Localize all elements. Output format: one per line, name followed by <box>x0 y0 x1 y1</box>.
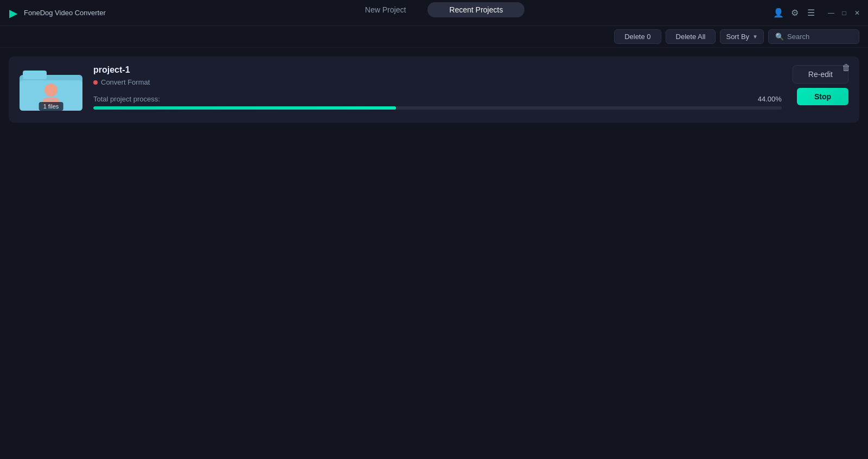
sort-by-label: Sort By <box>726 33 749 41</box>
reedit-button[interactable]: Re-edit <box>793 65 848 84</box>
titlebar: ▶ FoneDog Video Converter New Project Re… <box>0 0 868 26</box>
titlebar-actions: 👤 ⚙ ☰ — □ ✕ <box>774 8 861 18</box>
progress-percent: 44.00% <box>758 95 782 103</box>
project-delete-icon[interactable]: 🗑 <box>842 63 851 73</box>
project-actions: Re-edit Stop <box>793 65 848 110</box>
search-container: 🔍 <box>768 29 859 44</box>
toolbar: Delete 0 Delete All Sort By ▼ 🔍 <box>0 26 868 48</box>
project-card: 🗑 1 files project-1 Conver <box>9 56 859 123</box>
svg-rect-1 <box>23 71 47 79</box>
progress-bar-fill <box>93 106 396 110</box>
project-type-label: Convert Format <box>101 78 150 86</box>
menu-icon[interactable]: ☰ <box>806 8 816 18</box>
progress-label: Total project process: <box>93 95 160 103</box>
project-info: project-1 Convert Format Total project p… <box>93 65 782 110</box>
delete-all-button[interactable]: Delete All <box>666 29 716 44</box>
close-button[interactable]: ✕ <box>853 9 861 17</box>
project-content-row: project-1 Convert Format Total project p… <box>93 65 848 110</box>
files-count-badge: 1 files <box>39 102 63 111</box>
maximize-button[interactable]: □ <box>840 9 848 17</box>
project-thumbnail: 1 files <box>20 65 82 114</box>
minimize-button[interactable]: — <box>827 9 835 17</box>
project-name: project-1 <box>93 65 782 75</box>
search-input[interactable] <box>787 33 852 41</box>
user-icon[interactable]: 👤 <box>774 8 783 18</box>
search-icon: 🔍 <box>775 33 784 41</box>
app-logo-area: ▶ FoneDog Video Converter <box>7 7 106 20</box>
progress-section: Total project process: 44.00% <box>93 95 782 110</box>
type-dot <box>93 80 98 85</box>
chevron-down-icon: ▼ <box>752 34 758 40</box>
app-logo-icon: ▶ <box>7 7 20 20</box>
nav-tabs: New Project Recent Projects <box>343 2 525 17</box>
progress-bar-background <box>93 106 782 110</box>
delete-button[interactable]: Delete 0 <box>614 29 661 44</box>
app-title: FoneDog Video Converter <box>24 9 106 17</box>
tab-recent-projects[interactable]: Recent Projects <box>427 2 525 17</box>
window-controls: — □ ✕ <box>827 9 861 17</box>
progress-row: Total project process: 44.00% <box>93 95 782 103</box>
sort-by-dropdown[interactable]: Sort By ▼ <box>720 29 764 44</box>
tab-new-project[interactable]: New Project <box>343 2 427 17</box>
svg-point-3 <box>44 84 58 97</box>
content-area: 🗑 1 files project-1 Conver <box>0 48 868 131</box>
stop-button[interactable]: Stop <box>797 88 848 105</box>
settings-icon[interactable]: ⚙ <box>790 8 800 18</box>
project-type: Convert Format <box>93 78 782 86</box>
